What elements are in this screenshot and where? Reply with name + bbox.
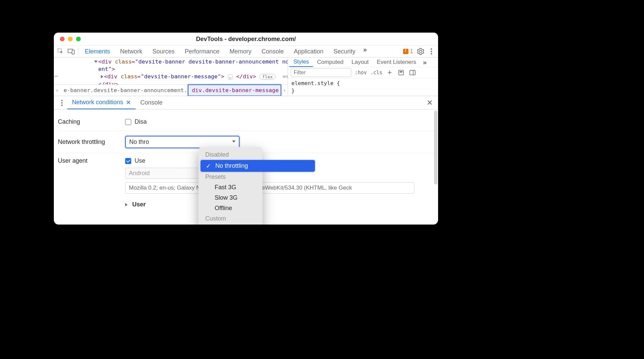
tab-layout[interactable]: Layout bbox=[348, 59, 373, 66]
throttling-select[interactable]: No thro bbox=[125, 136, 240, 148]
warning-count: 1 bbox=[410, 48, 413, 55]
dropdown-group-presets: Presets bbox=[201, 172, 260, 182]
style-rule[interactable]: element.style { } bbox=[288, 78, 438, 96]
drawer-tab-network-conditions[interactable]: Network conditions ✕ bbox=[67, 96, 136, 109]
traffic-lights bbox=[54, 37, 81, 41]
chevron-down-icon bbox=[232, 141, 236, 143]
dropdown-option-slow-3g[interactable]: Slow 3G bbox=[201, 193, 260, 203]
use-default-ua-checkbox[interactable] bbox=[125, 158, 131, 164]
tab-elements[interactable]: Elements bbox=[80, 46, 115, 57]
expand-triangle-icon bbox=[125, 203, 128, 206]
client-hints-row[interactable]: User earn more bbox=[125, 201, 415, 208]
breadcrumb-item-selected[interactable]: div.devsite-banner-message bbox=[188, 84, 281, 96]
tab-computed[interactable]: Computed bbox=[313, 59, 347, 66]
caching-row: Caching Disa bbox=[58, 113, 434, 131]
tab-sources[interactable]: Sources bbox=[147, 46, 180, 57]
dropdown-option-no-throttling[interactable]: No throttling bbox=[201, 160, 315, 172]
styles-toolbar: :hov .cls + bbox=[288, 67, 438, 78]
warnings-badge[interactable]: 1 bbox=[401, 48, 415, 55]
settings-icon[interactable] bbox=[415, 46, 426, 57]
svg-rect-2 bbox=[72, 50, 74, 54]
dropdown-option-add[interactable]: Add… bbox=[201, 224, 260, 225]
svg-rect-4 bbox=[400, 71, 402, 73]
flex-badge[interactable]: flex bbox=[259, 74, 275, 80]
drawer-menu-icon[interactable] bbox=[57, 97, 67, 108]
panel-tabs: Elements Network Sources Performance Mem… bbox=[80, 46, 401, 57]
throttling-label: Network throttling bbox=[58, 138, 125, 146]
svg-rect-5 bbox=[410, 70, 415, 75]
tab-network[interactable]: Network bbox=[115, 46, 147, 57]
warning-icon bbox=[403, 49, 408, 54]
tab-memory[interactable]: Memory bbox=[224, 46, 256, 57]
new-rule-icon[interactable]: + bbox=[386, 67, 394, 78]
breadcrumb: ‹ e-banner.devsite-banner-announcement.n… bbox=[54, 84, 288, 96]
cls-toggle[interactable]: .cls bbox=[370, 70, 382, 76]
svg-rect-3 bbox=[399, 70, 403, 75]
dropdown-group-disabled: Disabled bbox=[201, 150, 260, 160]
styles-sidebar: Styles Computed Layout Event Listeners »… bbox=[288, 57, 438, 96]
expand-toggle-icon[interactable] bbox=[94, 61, 98, 63]
drawer-tab-console[interactable]: Console bbox=[136, 96, 167, 109]
dom-tree[interactable]: … <div class="devsite-banner devsite-ban… bbox=[54, 57, 288, 96]
throttling-dropdown: Disabled No throttling Presets Fast 3G S… bbox=[199, 147, 262, 225]
elements-area: … <div class="devsite-banner devsite-ban… bbox=[54, 57, 438, 96]
tab-security[interactable]: Security bbox=[328, 46, 360, 57]
dropdown-group-custom: Custom bbox=[201, 213, 260, 224]
sidebar-toggle-icon[interactable] bbox=[408, 67, 417, 78]
dropdown-option-fast-3g[interactable]: Fast 3G bbox=[201, 182, 260, 193]
close-tab-icon[interactable]: ✕ bbox=[126, 99, 131, 106]
gutter-ellipsis[interactable]: … bbox=[55, 72, 58, 78]
styles-tabs: Styles Computed Layout Event Listeners » bbox=[288, 57, 438, 67]
styles-overflow-icon[interactable]: » bbox=[420, 58, 429, 66]
user-agent-label: User agent bbox=[58, 157, 125, 164]
computed-toggle-icon[interactable] bbox=[397, 67, 405, 78]
ua-string-input: Mozilla 0.2; en-us; Galaxy Nexus Build/I… bbox=[125, 182, 415, 194]
disable-cache-label: Disa bbox=[135, 118, 147, 125]
breadcrumb-item[interactable]: e-banner.devsite-banner-announcement.noc… bbox=[60, 86, 188, 95]
window-title: DevTools - developer.chrome.com/ bbox=[54, 36, 438, 43]
disable-cache-checkbox[interactable] bbox=[125, 119, 131, 125]
device-toolbar-icon[interactable] bbox=[66, 46, 77, 57]
use-default-ua-label: Use bbox=[135, 157, 145, 164]
caching-label: Caching bbox=[58, 118, 125, 125]
scrollbar-thumb[interactable] bbox=[434, 111, 437, 185]
tab-styles[interactable]: Styles bbox=[289, 57, 313, 67]
hov-toggle[interactable]: :hov bbox=[355, 70, 367, 76]
tabs-overflow-icon[interactable]: » bbox=[360, 46, 369, 57]
devtools-window: DevTools - developer.chrome.com/ Element… bbox=[54, 33, 438, 225]
tab-application[interactable]: Application bbox=[289, 46, 328, 57]
more-menu-icon[interactable] bbox=[426, 46, 437, 57]
breadcrumb-next-icon[interactable]: › bbox=[281, 87, 288, 93]
close-window-button[interactable] bbox=[60, 37, 65, 41]
breadcrumb-prev-icon[interactable]: ‹ bbox=[54, 87, 60, 93]
minimize-window-button[interactable] bbox=[68, 37, 73, 41]
titlebar: DevTools - developer.chrome.com/ bbox=[54, 33, 438, 45]
tab-console[interactable]: Console bbox=[256, 46, 289, 57]
styles-filter-input[interactable] bbox=[291, 68, 351, 77]
main-tabbar: Elements Network Sources Performance Mem… bbox=[54, 45, 438, 57]
expand-toggle-icon[interactable] bbox=[101, 75, 103, 78]
maximize-window-button[interactable] bbox=[76, 37, 81, 41]
dropdown-option-offline[interactable]: Offline bbox=[201, 203, 260, 213]
drawer-tabbar: Network conditions ✕ Console ✕ bbox=[54, 96, 438, 110]
drawer-close-icon[interactable]: ✕ bbox=[424, 98, 435, 107]
tab-event-listeners[interactable]: Event Listeners bbox=[373, 59, 420, 66]
tab-performance[interactable]: Performance bbox=[180, 46, 224, 57]
inspect-icon[interactable] bbox=[55, 46, 66, 57]
